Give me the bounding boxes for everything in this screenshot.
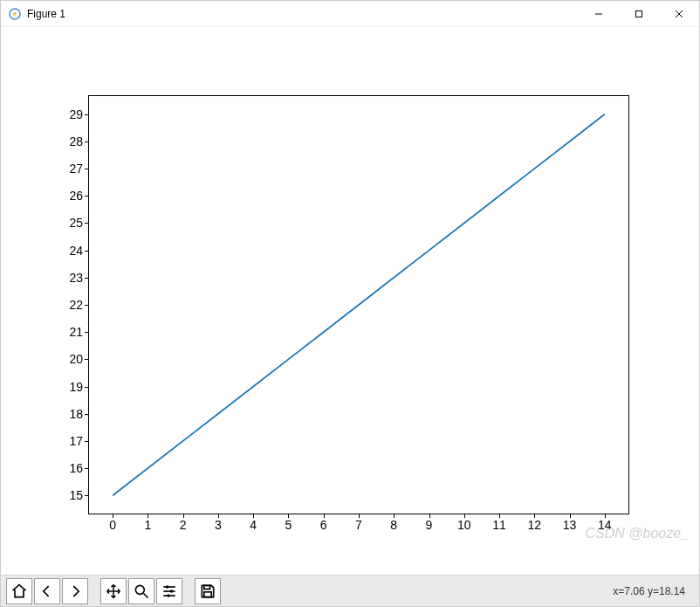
- y-tick-label: 22: [53, 298, 83, 312]
- x-tick-label: 14: [598, 518, 612, 532]
- y-tick-label: 19: [53, 380, 83, 394]
- y-tick-label: 27: [53, 162, 83, 176]
- back-button[interactable]: [34, 578, 60, 604]
- svg-point-13: [168, 594, 170, 597]
- svg-point-6: [135, 585, 144, 594]
- svg-rect-14: [204, 585, 210, 589]
- x-tick-label: 8: [390, 518, 397, 532]
- zoom-button[interactable]: [128, 578, 154, 604]
- y-tick-label: 29: [53, 107, 83, 121]
- window-title: Figure 1: [27, 8, 65, 20]
- y-tick-label: 24: [53, 244, 83, 258]
- x-tick-label: 13: [563, 518, 577, 532]
- svg-point-12: [170, 590, 173, 592]
- window-titlebar: Figure 1: [1, 1, 699, 27]
- svg-point-11: [166, 585, 168, 588]
- x-tick-label: 0: [109, 518, 116, 532]
- y-tick-label: 23: [53, 271, 83, 285]
- y-tick-label: 16: [53, 461, 83, 475]
- x-tick-label: 2: [180, 518, 187, 532]
- y-tick-label: 25: [53, 216, 83, 230]
- y-tick-label: 20: [53, 352, 83, 366]
- minimize-button[interactable]: [579, 1, 619, 27]
- x-tick-label: 3: [215, 518, 222, 532]
- svg-rect-15: [204, 591, 211, 597]
- save-button[interactable]: [195, 578, 221, 604]
- x-tick-label: 1: [145, 518, 152, 532]
- y-tick-label: 21: [53, 325, 83, 339]
- x-tick-label: 4: [250, 518, 257, 532]
- y-tick-label: 26: [53, 189, 83, 203]
- plot-canvas[interactable]: 151617181920212223242526272829 012345678…: [1, 27, 699, 575]
- y-tick-label: 18: [53, 407, 83, 421]
- x-tick-label: 7: [355, 518, 362, 532]
- close-button[interactable]: [659, 1, 699, 27]
- y-tick-label: 15: [53, 488, 83, 502]
- x-tick-label: 9: [426, 518, 433, 532]
- x-tick-label: 10: [457, 518, 471, 532]
- y-tick-label: 28: [53, 135, 83, 148]
- svg-line-7: [144, 593, 148, 597]
- x-tick-label: 11: [492, 518, 506, 532]
- pan-button[interactable]: [100, 578, 127, 604]
- svg-rect-3: [636, 10, 642, 17]
- y-tick-label: 17: [53, 434, 83, 448]
- maximize-button[interactable]: [619, 1, 659, 27]
- configure-button[interactable]: [156, 578, 182, 604]
- x-tick-label: 5: [285, 518, 292, 532]
- forward-button[interactable]: [62, 578, 88, 604]
- navigation-toolbar: x=7.06 y=18.14: [1, 575, 699, 606]
- home-button[interactable]: [6, 578, 32, 604]
- svg-point-1: [13, 12, 17, 16]
- x-tick-label: 6: [320, 518, 327, 532]
- line-series: [88, 95, 629, 514]
- app-icon: [8, 7, 22, 21]
- x-tick-label: 12: [528, 518, 542, 532]
- cursor-coordinates: x=7.06 y=18.14: [613, 585, 694, 597]
